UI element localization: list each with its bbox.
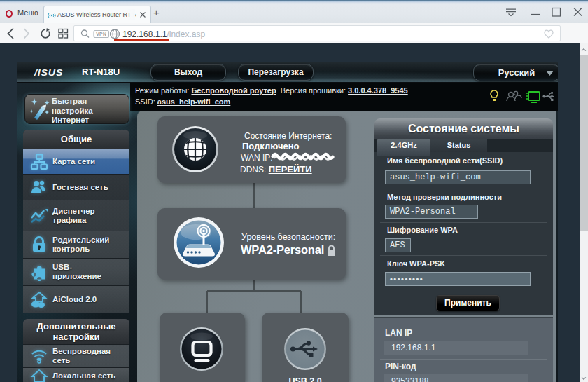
svg-text:/ISUS: /ISUS <box>34 68 63 78</box>
svg-text:VPN: VPN <box>96 32 106 36</box>
